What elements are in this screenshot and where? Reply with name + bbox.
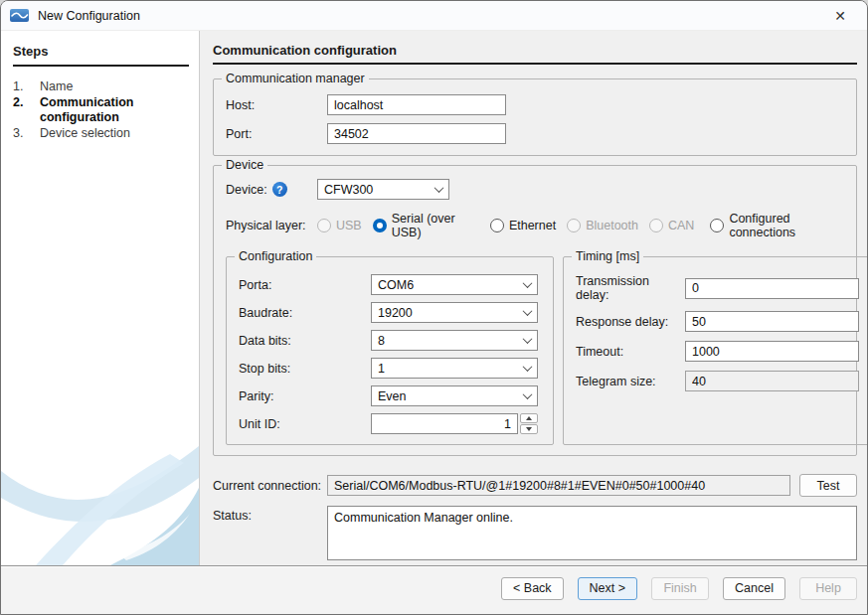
host-input[interactable] <box>327 94 506 115</box>
unit-id-input[interactable] <box>371 413 518 434</box>
radio-ethernet-icon <box>490 219 504 232</box>
steps-heading: Steps <box>13 44 189 67</box>
title-bar: New Configuration ✕ <box>1 1 867 31</box>
wizard-button-bar: < Back Next > Finish Cancel Help <box>1 565 867 614</box>
porta-row: Porta: COM6 <box>239 274 541 295</box>
watermark-graphic <box>1 416 199 565</box>
port-row: Port: <box>226 123 844 144</box>
step-item-communication-configuration: 2. Communication configuration <box>13 95 189 126</box>
host-row: Host: <box>226 94 844 115</box>
radio-bluetooth-icon <box>567 219 581 232</box>
radio-configured-connections-icon <box>710 219 724 232</box>
device-label: Device: <box>226 183 267 197</box>
device-group: Device Device: ? CFW300 Physical layer: <box>213 165 857 456</box>
host-label: Host: <box>226 98 327 112</box>
close-icon[interactable]: ✕ <box>827 4 853 28</box>
data-bits-row: Data bits: 8 <box>239 330 541 351</box>
main-panel: Communication configuration Communicatio… <box>200 31 867 565</box>
radio-ethernet[interactable]: Ethernet <box>490 219 556 232</box>
chevron-down-icon <box>523 334 533 344</box>
port-label: Port: <box>226 127 327 141</box>
physical-layer-row: Physical layer: USB Serial (over USB) Et… <box>226 212 848 239</box>
timeout-input[interactable] <box>685 341 859 362</box>
spinner-up-icon[interactable] <box>520 413 538 423</box>
radio-configured-connections[interactable]: Configured connections <box>710 212 848 239</box>
chevron-down-icon <box>523 362 533 372</box>
steps-sidebar: Steps 1. Name 2. Communication configura… <box>1 31 200 565</box>
help-icon[interactable]: ? <box>272 182 287 197</box>
device-select[interactable]: CFW300 <box>317 179 449 200</box>
status-textarea: Communication Manager online. <box>327 506 857 560</box>
port-input[interactable] <box>327 123 506 144</box>
steps-list: 1. Name 2. Communication configuration 3… <box>13 79 189 141</box>
transmission-delay-input[interactable] <box>685 278 859 299</box>
stop-bits-row: Stop bits: 1 <box>239 358 541 379</box>
current-connection-label: Current connection: <box>213 479 327 493</box>
current-connection-row: Current connection: Test <box>213 474 857 497</box>
configuration-group: Configuration Porta: COM6 Baudrate: 192 <box>226 256 554 445</box>
timing-group: Timing [ms] Transmission delay: Response… <box>563 256 867 445</box>
telegram-size-row: Telegram size: <box>576 371 859 391</box>
parity-row: Parity: Even <box>239 385 541 406</box>
unit-id-stepper <box>371 413 538 434</box>
chevron-down-icon <box>523 278 533 288</box>
radio-usb-icon <box>317 219 331 232</box>
cancel-button[interactable]: Cancel <box>723 577 785 600</box>
radio-bluetooth: Bluetooth <box>567 219 638 232</box>
device-legend: Device <box>222 158 267 172</box>
current-connection-field <box>327 475 790 496</box>
back-button[interactable]: < Back <box>501 577 564 600</box>
device-select-value: CFW300 <box>324 183 373 197</box>
response-delay-row: Response delay: <box>576 311 859 332</box>
device-row: Device: ? CFW300 <box>226 179 848 200</box>
configuration-legend: Configuration <box>235 249 316 263</box>
timeout-row: Timeout: <box>576 341 859 362</box>
porta-select[interactable]: COM6 <box>371 274 538 295</box>
step-item-name: 1. Name <box>13 79 189 95</box>
timing-legend: Timing [ms] <box>572 249 643 263</box>
physical-layer-label: Physical layer: <box>226 219 317 232</box>
baudrate-select[interactable]: 19200 <box>371 302 538 323</box>
app-icon <box>10 9 29 22</box>
unit-id-row: Unit ID: <box>239 413 541 434</box>
radio-serial-over-usb[interactable]: Serial (over USB) <box>373 212 479 239</box>
new-configuration-dialog: New Configuration ✕ Steps 1. Name 2. Com… <box>0 0 868 615</box>
communication-manager-legend: Communication manager <box>222 72 369 85</box>
stop-bits-select[interactable]: 1 <box>371 358 538 379</box>
next-button[interactable]: Next > <box>578 577 637 600</box>
status-label: Status: <box>213 506 327 523</box>
chevron-down-icon <box>523 306 533 316</box>
status-row: Status: Communication Manager online. <box>213 506 857 560</box>
radio-usb: USB <box>317 219 362 232</box>
page-title: Communication configuration <box>213 43 857 65</box>
baudrate-row: Baudrate: 19200 <box>239 302 541 323</box>
communication-manager-group: Communication manager Host: Port: <box>213 78 857 156</box>
transmission-delay-row: Transmission delay: <box>576 274 859 302</box>
radio-can-icon <box>649 219 663 232</box>
test-button[interactable]: Test <box>799 474 857 497</box>
chevron-down-icon <box>523 389 533 399</box>
telegram-size-field <box>685 371 859 391</box>
parity-select[interactable]: Even <box>371 385 538 406</box>
data-bits-select[interactable]: 8 <box>371 330 538 351</box>
radio-serial-selected-icon <box>373 219 387 232</box>
help-button: Help <box>799 577 857 600</box>
chevron-down-icon <box>434 183 444 193</box>
radio-can: CAN <box>649 219 694 232</box>
window-title: New Configuration <box>38 9 140 23</box>
response-delay-input[interactable] <box>685 311 859 332</box>
finish-button: Finish <box>651 577 709 600</box>
step-item-device-selection: 3. Device selection <box>13 126 189 142</box>
spinner-down-icon[interactable] <box>520 424 538 434</box>
